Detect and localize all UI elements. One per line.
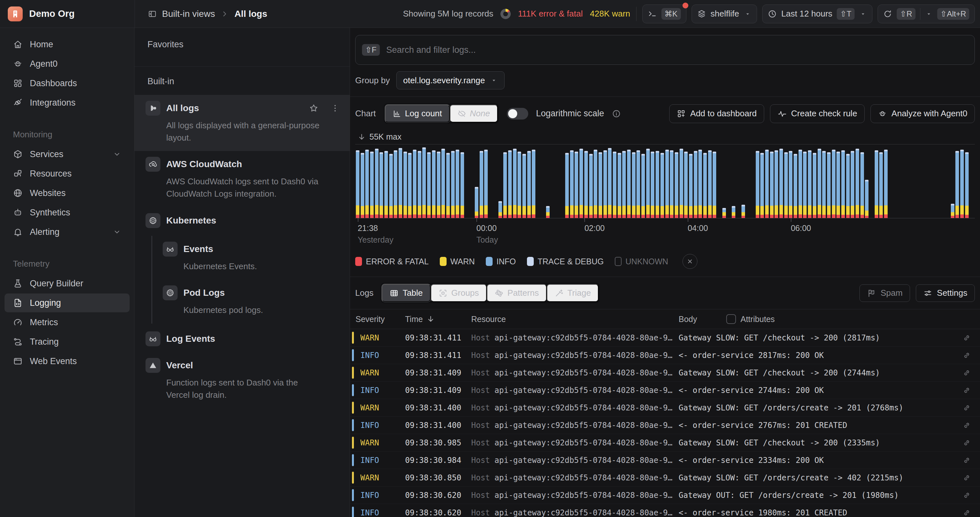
sidebar-item-services[interactable]: Services <box>5 145 130 163</box>
log-scale-toggle[interactable] <box>507 108 528 119</box>
action-create-check-rule[interactable]: Create check rule <box>770 104 865 123</box>
column-severity[interactable]: Severity <box>350 314 405 324</box>
chevron-down-icon[interactable] <box>113 150 121 159</box>
command-palette-button[interactable]: ⌘K <box>642 5 686 23</box>
sidebar-item-agent0[interactable]: Agent0 <box>5 54 130 73</box>
kebab-menu-icon[interactable] <box>330 103 340 113</box>
trace-link-icon[interactable] <box>963 369 980 377</box>
view-item-pod-logs[interactable]: Pod LogsKubernetes pod logs. <box>163 279 350 324</box>
table-row[interactable]: INFO09:38:31.400Hostapi-gateway:c92db5f5… <box>350 417 980 434</box>
chevron-down-icon[interactable] <box>113 228 121 236</box>
sidebar-item-tracing[interactable]: Tracing <box>5 332 130 351</box>
star-icon[interactable] <box>309 103 318 113</box>
view-item-vercel[interactable]: VercelFunction logs sent to Dash0 via th… <box>135 352 350 408</box>
table-row[interactable]: INFO09:38:31.411Hostapi-gateway:c92db5f5… <box>350 347 980 364</box>
bell-icon <box>13 227 23 237</box>
trace-link-icon[interactable] <box>963 351 980 360</box>
bar-segment-info <box>846 155 850 206</box>
trace-link-icon[interactable] <box>963 404 980 412</box>
chart-bar-slot <box>474 146 479 218</box>
chart-bar-slot <box>765 146 769 218</box>
dataset-select[interactable]: shelflife <box>692 5 757 23</box>
sidebar-item-resources[interactable]: Resources <box>5 164 130 183</box>
panel-collapse-icon[interactable] <box>148 10 157 19</box>
chart-bar <box>818 149 821 218</box>
trace-link-icon[interactable] <box>963 456 980 465</box>
trace-link-icon[interactable] <box>963 509 980 517</box>
wand-icon <box>555 289 563 298</box>
chart-bar-slot <box>636 146 641 218</box>
trace-link-icon[interactable] <box>963 334 980 342</box>
building-icon <box>11 10 20 19</box>
severity-label: INFO <box>360 351 379 360</box>
resource-kind: Host <box>471 368 490 377</box>
table-row[interactable]: WARN09:38:30.985Hostapi-gateway:c92db5f5… <box>350 434 980 452</box>
legend-trace-debug[interactable]: TRACE & DEBUG <box>527 257 604 266</box>
info-icon[interactable] <box>612 109 621 118</box>
refresh-control[interactable]: ⇧R ⇧Alt+R <box>878 5 975 23</box>
tab-patterns[interactable]: Patterns <box>487 284 547 302</box>
time-range-select[interactable]: Last 12 hours ⇧T <box>762 5 872 23</box>
tab-triage[interactable]: Triage <box>547 284 599 302</box>
sidebar-item-alerting[interactable]: Alerting <box>5 222 130 241</box>
sliders-icon <box>923 289 932 298</box>
spam-button[interactable]: Spam <box>859 284 910 302</box>
tab-table[interactable]: Table <box>382 284 430 302</box>
legend-info[interactable]: INFO <box>486 257 516 266</box>
severity-label: WARN <box>360 438 379 447</box>
breadcrumb-section[interactable]: Built-in views <box>162 9 215 19</box>
bar-segment-warn <box>965 206 969 214</box>
chart-mode-log-count[interactable]: Log count <box>385 105 450 122</box>
table-row[interactable]: WARN09:38:31.411Hostapi-gateway:c92db5f5… <box>350 329 980 347</box>
attributes-checkbox[interactable] <box>726 314 736 324</box>
sidebar-item-metrics[interactable]: Metrics <box>5 313 130 332</box>
search-input[interactable] <box>386 45 968 55</box>
sidebar-item-integrations[interactable]: Integrations <box>5 93 130 112</box>
resource-value: api-gateway:c92db5f5-0784-4028-80ae-9… <box>495 386 673 395</box>
table-row[interactable]: INFO09:38:30.984Hostapi-gateway:c92db5f5… <box>350 452 980 469</box>
table-row[interactable]: WARN09:38:30.850Hostapi-gateway:c92db5f5… <box>350 469 980 487</box>
column-body[interactable]: Body Attributes <box>679 314 980 324</box>
sidebar-item-query-builder[interactable]: Query Builder <box>5 274 130 293</box>
org-switcher[interactable]: Demo Org <box>0 6 135 21</box>
legend-warn[interactable]: WARN <box>440 257 475 266</box>
table-row[interactable]: INFO09:38:30.620Hostapi-gateway:c92db5f5… <box>350 487 980 504</box>
caret-down-icon[interactable] <box>925 10 933 18</box>
topbar-divider <box>636 7 636 21</box>
view-item-events[interactable]: EventsKubernetes Events. <box>163 236 350 280</box>
table-row[interactable]: INFO09:38:31.409Hostapi-gateway:c92db5f5… <box>350 382 980 399</box>
sidebar-item-synthetics[interactable]: Synthetics <box>5 203 130 222</box>
view-item-aws-cloudwatch[interactable]: AWS CloudWatchAWS CloudWatch logs sent t… <box>135 151 350 207</box>
chart-bar <box>851 151 854 218</box>
trace-link-icon[interactable] <box>963 439 980 447</box>
trace-link-icon[interactable] <box>963 491 980 500</box>
trace-link-icon[interactable] <box>963 386 980 395</box>
table-row[interactable]: INFO09:38:30.620Hostapi-gateway:c92db5f5… <box>350 504 980 517</box>
severity-bar <box>352 332 354 344</box>
chart-bar <box>803 152 807 218</box>
sidebar-item-web-events[interactable]: Web Events <box>5 352 130 371</box>
chart-bar <box>427 152 431 218</box>
sidebar-item-dashboards[interactable]: Dashboards <box>5 74 130 93</box>
action-analyze-with-agent0[interactable]: Analyze with Agent0 <box>870 104 975 123</box>
trace-link-icon[interactable] <box>963 421 980 430</box>
table-row[interactable]: WARN09:38:31.400Hostapi-gateway:c92db5f5… <box>350 399 980 417</box>
legend-unknown[interactable]: UNKNOWN <box>615 257 668 266</box>
view-item-kubernetes[interactable]: Kubernetes <box>135 207 350 234</box>
sidebar-item-home[interactable]: Home <box>5 35 130 54</box>
trace-link-icon[interactable] <box>963 474 980 482</box>
tab-groups[interactable]: Groups <box>431 284 487 302</box>
chart-mode-none[interactable]: None <box>450 105 498 122</box>
view-item-all-logs[interactable]: All logsAll logs displayed with a genera… <box>135 95 350 151</box>
legend-clear-button[interactable] <box>682 254 697 269</box>
groupby-select[interactable]: otel.log.severity.range <box>396 71 504 89</box>
column-time[interactable]: Time <box>405 314 471 324</box>
action-add-to-dashboard[interactable]: Add to dashboard <box>669 104 764 123</box>
sidebar-item-websites[interactable]: Websites <box>5 184 130 203</box>
column-resource[interactable]: Resource <box>471 314 679 324</box>
view-item-log-events[interactable]: Log Events <box>135 325 350 352</box>
table-row[interactable]: WARN09:38:31.409Hostapi-gateway:c92db5f5… <box>350 364 980 382</box>
settings-button[interactable]: Settings <box>916 284 975 302</box>
legend-error-fatal[interactable]: ERROR & FATAL <box>355 257 429 266</box>
sidebar-item-logging[interactable]: Logging <box>5 293 130 312</box>
